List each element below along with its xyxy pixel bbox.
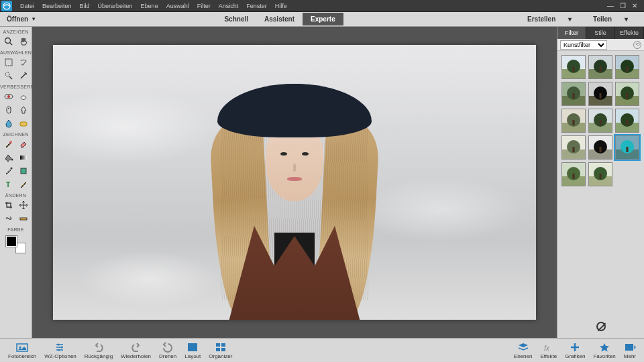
menu-filter[interactable]: Filter	[193, 3, 215, 9]
favorites-button[interactable]: Favoriten	[589, 342, 619, 359]
section-aendern: ÄNDERN	[0, 192, 32, 199]
svg-point-13	[10, 168, 12, 170]
svg-text:fx: fx	[544, 345, 550, 352]
hand-tool[interactable]	[17, 36, 30, 48]
background-color-swatch[interactable]	[15, 243, 26, 253]
effects-button[interactable]: fxEffekte	[536, 342, 561, 359]
share-button[interactable]: Teilen ▾	[582, 15, 639, 23]
quick-select-tool[interactable]	[2, 70, 15, 82]
zoom-tool[interactable]	[2, 36, 15, 48]
svg-rect-28	[625, 344, 633, 351]
menu-hilfe[interactable]: Hilfe	[271, 3, 291, 9]
menu-bild[interactable]: Bild	[76, 3, 94, 9]
menu-ueberarbeiten[interactable]: Überarbeiten	[94, 3, 137, 9]
color-swatches[interactable]	[6, 236, 26, 253]
menu-datei[interactable]: Datei	[16, 3, 38, 9]
tool-options-button[interactable]: WZ-Optionen	[40, 342, 80, 359]
section-verbessern: VERBESSERN	[0, 83, 32, 90]
shape-tool[interactable]	[17, 165, 30, 177]
more-button[interactable]: Mehr	[620, 342, 640, 359]
filter-category-select[interactable]: Kunstfilter	[560, 40, 607, 50]
svg-point-8	[8, 108, 9, 109]
move-tool[interactable]	[17, 199, 30, 211]
rotate-button[interactable]: Drehen	[155, 342, 180, 359]
brush-tool[interactable]	[2, 138, 15, 150]
create-button[interactable]: Erstellen ▾	[517, 15, 582, 23]
filter-thumb-11[interactable]	[615, 135, 639, 160]
menu-ansicht[interactable]: Ansicht	[215, 3, 243, 9]
lasso-tool[interactable]	[17, 56, 30, 68]
filter-thumb-3[interactable]	[561, 82, 586, 106]
window-minimize-icon[interactable]: —	[605, 2, 616, 10]
panel-tab-filter[interactable]: Filter	[557, 27, 586, 39]
filter-thumb-5[interactable]	[615, 82, 639, 106]
tab-schnell[interactable]: Schnell	[216, 13, 256, 25]
document-canvas[interactable]	[53, 45, 536, 320]
reset-filter-icon[interactable]: ⟲	[633, 41, 641, 49]
straighten-tool[interactable]	[17, 213, 30, 225]
tab-assistent[interactable]: Assistent	[256, 13, 303, 25]
sponge-tool[interactable]	[17, 117, 30, 129]
graphics-button[interactable]: Grafiken	[561, 342, 589, 359]
svg-point-11	[11, 159, 13, 161]
magic-wand-tool[interactable]	[17, 70, 30, 82]
filter-thumb-12[interactable]	[561, 162, 586, 186]
filter-thumb-10[interactable]	[588, 135, 612, 160]
tab-experte[interactable]: Experte	[303, 13, 343, 25]
filter-thumb-13[interactable]	[588, 162, 612, 186]
filter-thumb-8[interactable]	[615, 109, 639, 133]
crop-tool[interactable]	[2, 199, 15, 211]
eraser-tool[interactable]	[17, 138, 30, 150]
open-button[interactable]: Öffnen▼	[0, 15, 43, 23]
picker-tool[interactable]	[2, 165, 15, 177]
filter-thumb-1[interactable]	[588, 55, 612, 79]
filter-thumb-7[interactable]	[588, 109, 612, 133]
svg-point-1	[5, 38, 10, 44]
filter-thumb-2[interactable]	[615, 55, 639, 79]
window-close-icon[interactable]: ✕	[629, 2, 640, 10]
undo-button[interactable]: Rückgängig	[80, 342, 117, 359]
svg-point-21	[58, 349, 60, 351]
foreground-color-swatch[interactable]	[6, 236, 17, 247]
svg-point-6	[7, 95, 10, 98]
gradient-tool[interactable]	[17, 152, 30, 164]
section-farbe: FARBE	[0, 226, 32, 233]
svg-rect-25	[216, 348, 220, 351]
workspace: ANZEIGEN AUSWÄHLEN VERBESSERN ZEICHNEN	[0, 27, 644, 338]
svg-line-2	[9, 43, 12, 46]
filter-thumb-0[interactable]	[561, 55, 586, 79]
svg-rect-16	[20, 218, 27, 220]
svg-text:T: T	[6, 181, 10, 188]
organizer-button[interactable]: Organizer	[205, 342, 236, 359]
menu-fenster[interactable]: Fenster	[242, 3, 271, 9]
canvas-area	[32, 27, 557, 338]
menu-bearbeiten[interactable]: Bearbeiten	[38, 3, 76, 9]
redeye-tool[interactable]	[2, 90, 15, 103]
svg-rect-22	[188, 343, 197, 351]
marquee-tool[interactable]	[2, 56, 15, 68]
layers-button[interactable]: Ebenen	[510, 342, 537, 359]
filter-thumbnails	[557, 51, 644, 190]
recompose-tool[interactable]	[2, 213, 15, 225]
svg-rect-3	[5, 59, 12, 66]
photo-bin-button[interactable]: Fotobereich	[4, 342, 40, 359]
menu-ebene[interactable]: Ebene	[137, 3, 162, 9]
fill-tool[interactable]	[2, 152, 15, 164]
panel-tab-effekte[interactable]: Effekte	[615, 27, 644, 39]
filter-thumb-4[interactable]	[588, 82, 612, 106]
section-auswaehlen: AUSWÄHLEN	[0, 49, 32, 56]
clone-tool[interactable]	[17, 104, 30, 116]
redo-button[interactable]: Wiederholen	[117, 342, 155, 359]
blur-tool[interactable]	[2, 117, 15, 129]
type-tool[interactable]: T	[2, 178, 15, 190]
pencil-tool[interactable]	[17, 178, 30, 190]
filter-thumb-6[interactable]	[561, 109, 586, 133]
panel-tab-stile[interactable]: Stile	[586, 27, 615, 39]
layout-button[interactable]: Layout	[180, 342, 205, 359]
menu-auswahl[interactable]: Auswahl	[162, 3, 193, 9]
spot-heal-tool[interactable]	[2, 104, 15, 116]
window-maximize-icon[interactable]: ❐	[617, 2, 628, 10]
svg-rect-12	[20, 156, 27, 160]
filter-thumb-9[interactable]	[561, 135, 586, 160]
whiten-tool[interactable]	[17, 90, 30, 103]
